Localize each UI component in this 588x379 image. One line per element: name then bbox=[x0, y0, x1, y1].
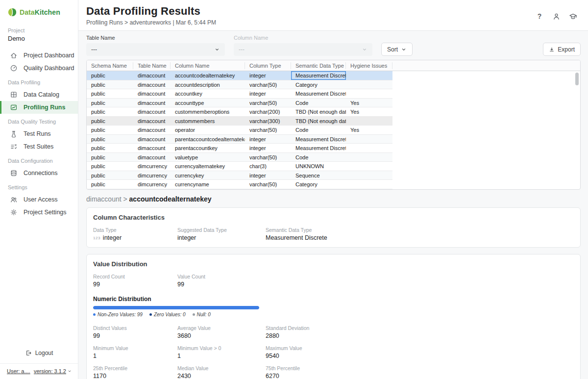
table-cell: integer bbox=[245, 89, 291, 98]
numeric-type-icon: 123 bbox=[93, 236, 100, 240]
table-cell: char(3) bbox=[245, 162, 291, 171]
table-header-row: Schema NameTable NameColumn NameColumn T… bbox=[87, 60, 580, 71]
sidebar-item-project-dashboard[interactable]: Project Dashboard bbox=[0, 49, 78, 62]
sort-button[interactable]: Sort bbox=[381, 43, 413, 56]
learn-icon[interactable] bbox=[568, 12, 577, 21]
table-row[interactable]: publicdimaccountaccountdescriptionvarcha… bbox=[87, 80, 392, 90]
sidebar-item-user-access[interactable]: User Access bbox=[0, 193, 78, 206]
field-data-type: Data Type 123 integer bbox=[93, 227, 177, 241]
sidebar: DataKitchen Project Demo Project Dashboa… bbox=[0, 0, 78, 379]
legend-bullet bbox=[149, 313, 152, 316]
chevron-down-icon bbox=[362, 47, 368, 52]
profiling-runs-icon bbox=[10, 103, 18, 111]
export-button[interactable]: Export bbox=[543, 43, 581, 56]
table-cell: operator bbox=[171, 126, 245, 134]
table-cell: Code bbox=[291, 126, 346, 134]
logout-button[interactable]: Logout bbox=[25, 350, 53, 356]
table-scrollbar[interactable] bbox=[575, 72, 579, 188]
table-row[interactable]: publicdimaccountaccounttypevarchar(50)Co… bbox=[87, 99, 392, 108]
table-name-select[interactable]: --- bbox=[86, 43, 225, 56]
sidebar-footer: Logout User: a.... version: 3.1.2 bbox=[0, 350, 78, 379]
distribution-legend-item: Zero Values: 0 bbox=[149, 312, 186, 317]
table-cell: Category bbox=[291, 180, 346, 189]
table-cell: accountcodealternatekey bbox=[171, 71, 245, 80]
table-cell: dimaccount bbox=[133, 71, 171, 80]
table-row[interactable]: publicdimaccountaccountcodealternatekeyi… bbox=[87, 71, 392, 80]
column-header[interactable]: Hygiene Issues bbox=[346, 62, 392, 69]
table-row[interactable]: publicdimcurrencycurrencykeyintegerSeque… bbox=[87, 171, 392, 180]
column-name-label: Column Name bbox=[234, 35, 372, 41]
table-cell: currencyname bbox=[171, 180, 245, 189]
help-icon[interactable]: ? bbox=[535, 12, 544, 21]
table-cell: TBD (Not enough data) bbox=[291, 107, 346, 116]
sidebar-item-label: Connections bbox=[24, 170, 58, 177]
table-cell: Measurement Discrete bbox=[291, 144, 346, 152]
column-header[interactable]: Column Type bbox=[245, 62, 291, 69]
database-icon bbox=[10, 169, 18, 177]
column-header[interactable]: Schema Name bbox=[87, 62, 133, 69]
user-icon[interactable] bbox=[552, 12, 561, 21]
sidebar-item-test-suites[interactable]: Test Suites bbox=[0, 140, 78, 153]
table-row[interactable]: publicdimaccountoperatorvarchar(50)CodeY… bbox=[87, 126, 392, 135]
sidebar-item-test-runs[interactable]: Test Runs bbox=[0, 127, 78, 140]
legend-bullet bbox=[93, 313, 96, 316]
version-selector[interactable]: version: 3.1.2 bbox=[34, 368, 72, 374]
table-cell: TBD (Not enough data) bbox=[291, 117, 346, 126]
table-row[interactable]: publicdimaccountparentaccountcodealterna… bbox=[87, 135, 392, 144]
sidebar-item-data-catalog[interactable]: Data Catalog bbox=[0, 88, 78, 101]
table-cell: Measurement Discrete bbox=[291, 71, 346, 80]
table-row[interactable]: publicdimaccountvaluetypevarchar(50)Code bbox=[87, 153, 392, 162]
stat-25th-percentile: 25th Percentile1170 bbox=[93, 365, 177, 379]
column-header[interactable]: Table Name bbox=[133, 62, 171, 69]
table-cell: Measurement Discrete bbox=[291, 89, 346, 98]
table-row[interactable]: publicdimaccountparentaccountkeyintegerM… bbox=[87, 144, 392, 153]
results-table: Schema NameTable NameColumn NameColumn T… bbox=[86, 60, 581, 190]
field-record-count: Record Count 99 bbox=[93, 274, 177, 288]
sidebar-item-quality-dashboard[interactable]: Quality Dashboard bbox=[0, 62, 78, 75]
table-cell: public bbox=[87, 99, 133, 107]
table-cell: public bbox=[87, 180, 133, 189]
table-cell: integer bbox=[245, 71, 291, 80]
column-header[interactable]: Semantic Data Type bbox=[291, 62, 346, 69]
legend-label: Zero Values: 0 bbox=[154, 312, 186, 317]
table-cell: Sequence bbox=[291, 171, 346, 180]
nav-section-title: Settings bbox=[0, 179, 78, 193]
table-cell bbox=[346, 180, 392, 189]
table-cell: dimcurrency bbox=[133, 180, 171, 189]
table-cell: Yes bbox=[346, 99, 392, 107]
sidebar-item-label: Profiling Runs bbox=[24, 104, 65, 111]
table-cell: dimaccount bbox=[133, 99, 171, 107]
table-row[interactable]: publicdimcurrencycurrencynamevarchar(50)… bbox=[87, 180, 392, 189]
distribution-legend-item: Non-Zero Values: 99 bbox=[93, 312, 143, 317]
table-cell bbox=[346, 153, 392, 162]
table-name-label: Table Name bbox=[86, 35, 225, 41]
table-cell: UNKNOWN bbox=[291, 162, 346, 171]
scrollbar-thumb[interactable] bbox=[575, 73, 579, 85]
column-header[interactable]: Column Name bbox=[171, 62, 245, 69]
app-root: DataKitchen Project Demo Project Dashboa… bbox=[0, 0, 588, 379]
table-cell: valuetype bbox=[171, 153, 245, 162]
table-cell bbox=[346, 71, 392, 80]
table-cell: public bbox=[87, 144, 133, 152]
sidebar-item-profiling-runs[interactable]: Profiling Runs bbox=[0, 101, 78, 114]
export-label: Export bbox=[558, 46, 575, 53]
table-cell bbox=[346, 144, 392, 152]
table-row[interactable]: publicdimaccountcustommemberoptionsvarch… bbox=[87, 107, 392, 117]
page-header: Data Profiling Results Profiling Runs > … bbox=[78, 0, 588, 31]
sidebar-item-project-settings[interactable]: Project Settings bbox=[0, 206, 78, 219]
sidebar-item-connections[interactable]: Connections bbox=[0, 167, 78, 179]
table-cell bbox=[346, 135, 392, 144]
brand-logo[interactable]: DataKitchen bbox=[0, 0, 78, 17]
column-name-select[interactable]: --- bbox=[234, 43, 372, 56]
stat-75th-percentile: 75th Percentile6270 bbox=[266, 365, 397, 379]
download-icon bbox=[549, 47, 555, 52]
distribution-legend: Non-Zero Values: 99Zero Values: 0Null: 0 bbox=[93, 312, 574, 317]
sidebar-item-label: Test Suites bbox=[24, 143, 53, 150]
table-cell: dimaccount bbox=[133, 80, 171, 89]
table-cell: public bbox=[87, 117, 133, 126]
table-row[interactable]: publicdimcurrencycurrencyalternatekeycha… bbox=[87, 162, 392, 171]
table-row[interactable]: publicdimaccountaccountkeyintegerMeasure… bbox=[87, 89, 392, 99]
table-row[interactable]: publicdimaccountcustommembersvarchar(300… bbox=[87, 117, 392, 126]
table-cell: dimaccount bbox=[133, 153, 171, 162]
user-menu[interactable]: User: a.... bbox=[7, 368, 30, 374]
